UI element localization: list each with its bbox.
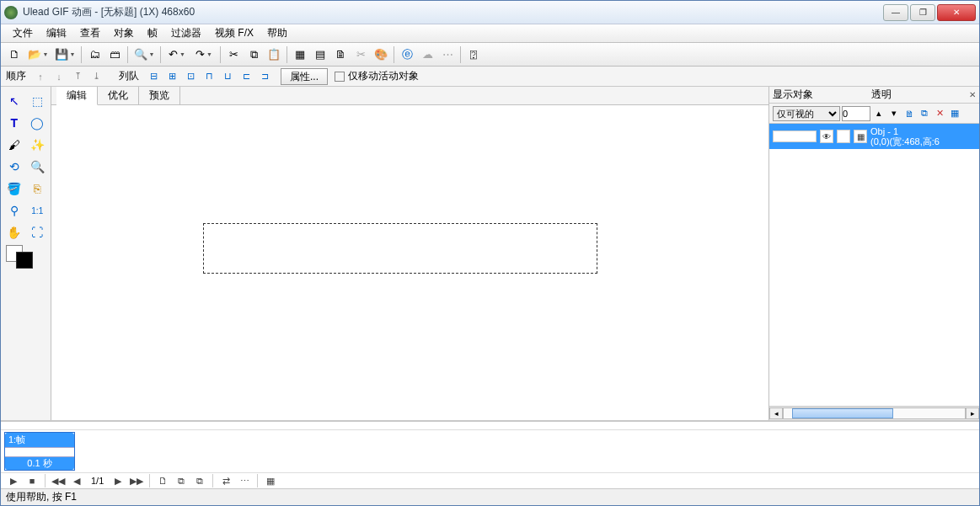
object-row[interactable]: 👁 ▦ Obj - 1 (0,0)(宽:468,高:6 xyxy=(769,124,979,149)
stop-button[interactable]: ■ xyxy=(24,473,40,488)
panel-btn-a[interactable]: 🗎 xyxy=(902,107,916,120)
tl-btn-d[interactable]: ⇄ xyxy=(218,473,233,488)
frame-duration: 0.1 秒 xyxy=(5,457,74,470)
transparency-input[interactable] xyxy=(842,106,870,121)
scale11-tool[interactable]: 1:1 xyxy=(26,200,50,221)
fit-tool[interactable]: ⛶ xyxy=(26,221,50,243)
menu-videofx[interactable]: 视频 F/X xyxy=(208,24,260,42)
first-frame-button[interactable]: ◀◀ xyxy=(51,473,66,488)
zoom-tool-button[interactable]: 🔍▼ xyxy=(131,45,157,64)
background-swatch[interactable] xyxy=(16,252,33,269)
scroll-thumb[interactable] xyxy=(792,408,893,418)
text-tool[interactable]: T xyxy=(3,112,26,134)
tb-btn-f[interactable]: ☁ xyxy=(418,45,436,64)
slider-icon[interactable]: ▾ xyxy=(887,107,901,120)
visibility-select[interactable]: 仅可视的 xyxy=(773,106,840,121)
last-frame-button[interactable]: ▶▶ xyxy=(129,473,144,488)
order-up-button[interactable]: ↑ xyxy=(32,69,49,84)
panel-hscrollbar[interactable]: ◂ ▸ xyxy=(769,407,979,420)
align-7-button[interactable]: ⊐ xyxy=(256,69,273,84)
align-4-button[interactable]: ⊓ xyxy=(201,69,217,84)
order-down-button[interactable]: ↓ xyxy=(51,69,67,84)
tb-btn-b[interactable]: ▤ xyxy=(311,45,329,64)
tl-btn-f[interactable]: ▦ xyxy=(263,473,278,488)
tl-btn-e[interactable]: ⋯ xyxy=(237,473,252,488)
obj-slot-b[interactable]: ▦ xyxy=(854,130,867,143)
align-3-button[interactable]: ⊡ xyxy=(182,69,199,84)
tab-optimize[interactable]: 优化 xyxy=(98,87,139,104)
paste-icon: 📋 xyxy=(267,48,281,61)
eye-icon[interactable]: 👁 xyxy=(820,130,833,143)
menu-edit[interactable]: 编辑 xyxy=(40,24,73,42)
object-list[interactable]: 👁 ▦ Obj - 1 (0,0)(宽:468,高:6 xyxy=(769,124,979,407)
hand-tool[interactable]: ✋ xyxy=(3,221,26,243)
redo-button[interactable]: ↷▼ xyxy=(191,45,217,64)
bucket-tool[interactable]: 🪣 xyxy=(3,178,26,200)
paste-button[interactable]: 📋 xyxy=(265,45,283,64)
close-button[interactable]: ✕ xyxy=(937,4,976,21)
undo-button[interactable]: ↶▼ xyxy=(164,45,190,64)
scroll-left-button[interactable]: ◂ xyxy=(769,407,783,419)
tb-btn-g[interactable]: ⋯ xyxy=(438,45,457,64)
copy-button[interactable]: ⧉ xyxy=(244,45,263,64)
menu-filter[interactable]: 过滤器 xyxy=(164,24,208,42)
tb-btn-d[interactable]: ✂ xyxy=(351,45,370,64)
align-1-button[interactable]: ⊟ xyxy=(145,69,162,84)
save-button[interactable]: 💾▼ xyxy=(52,45,78,64)
wand-tool[interactable]: ✨ xyxy=(26,134,50,156)
align-2-button[interactable]: ⊞ xyxy=(163,69,180,84)
maximize-button[interactable]: ❐ xyxy=(910,4,935,21)
arrow-tool[interactable]: ↖ xyxy=(3,90,26,112)
menu-file[interactable]: 文件 xyxy=(6,24,40,42)
panel-btn-d[interactable]: ▦ xyxy=(948,107,961,120)
properties-button[interactable]: 属性... xyxy=(281,68,328,85)
cut-button[interactable]: ✂ xyxy=(224,45,243,64)
tl-btn-c[interactable]: ⧉ xyxy=(192,473,207,488)
next-frame-button[interactable]: ▶ xyxy=(110,473,126,488)
marquee-tool[interactable]: ⬚ xyxy=(26,90,50,112)
menu-help[interactable]: 帮助 xyxy=(260,24,294,42)
align-5-button[interactable]: ⊔ xyxy=(219,69,236,84)
obj-slot-a[interactable] xyxy=(837,130,850,143)
preview-ie-button[interactable]: ⓔ xyxy=(398,45,416,64)
canvas-area[interactable] xyxy=(51,105,768,420)
tab-edit[interactable]: 编辑 xyxy=(56,87,98,105)
frame-thumb-1[interactable]: 1:帧 0.1 秒 xyxy=(4,432,75,471)
play-button[interactable]: ▶ xyxy=(6,473,21,488)
tb-btn-c[interactable]: 🗎 xyxy=(331,45,350,64)
tb-btn-a[interactable]: ▦ xyxy=(291,45,309,64)
lasso-tool[interactable]: ⟲ xyxy=(3,156,26,178)
context-help-button[interactable]: ⍰ xyxy=(464,45,483,64)
crop-tool[interactable]: ⎘ xyxy=(26,178,50,200)
panel-delete-button[interactable]: ✕ xyxy=(933,107,946,120)
tb-btn-e[interactable]: 🎨 xyxy=(372,45,390,64)
spinner-up[interactable]: ▴ xyxy=(872,107,886,120)
wizard1-button[interactable]: 🗂 xyxy=(85,45,104,64)
undo-icon: ↶ xyxy=(169,48,178,61)
picker-tool[interactable]: ⚲ xyxy=(3,200,26,221)
tab-preview[interactable]: 预览 xyxy=(139,87,180,104)
open-button[interactable]: 📂▼ xyxy=(25,45,51,64)
menu-view[interactable]: 查看 xyxy=(73,24,107,42)
prev-frame-button[interactable]: ◀ xyxy=(69,473,84,488)
color-swatches[interactable] xyxy=(3,243,49,270)
brush-tool[interactable]: 🖌 xyxy=(3,134,26,156)
zoom-icon: 🔍 xyxy=(134,48,147,61)
scroll-right-button[interactable]: ▸ xyxy=(966,407,979,419)
move-active-checkbox[interactable] xyxy=(335,72,345,82)
align-6-button[interactable]: ⊏ xyxy=(238,69,254,84)
tl-btn-b[interactable]: ⧉ xyxy=(174,473,189,488)
menu-object[interactable]: 对象 xyxy=(107,24,141,42)
panel-btn-b[interactable]: ⧉ xyxy=(918,107,931,120)
canvas-object[interactable] xyxy=(203,223,597,274)
panel-close-button[interactable]: ✕ xyxy=(969,90,976,99)
menu-frame[interactable]: 帧 xyxy=(141,24,164,42)
order-bottom-button[interactable]: ⤓ xyxy=(88,69,104,84)
ellipse-tool[interactable]: ◯ xyxy=(26,112,50,134)
tl-btn-a[interactable]: 🗋 xyxy=(155,473,170,488)
new-button[interactable]: 🗋 xyxy=(5,45,24,64)
minimize-button[interactable]: — xyxy=(883,4,908,21)
wizard2-button[interactable]: 🗃 xyxy=(105,45,124,64)
zoom-tool[interactable]: 🔍 xyxy=(26,156,50,178)
order-top-button[interactable]: ⤒ xyxy=(69,69,86,84)
